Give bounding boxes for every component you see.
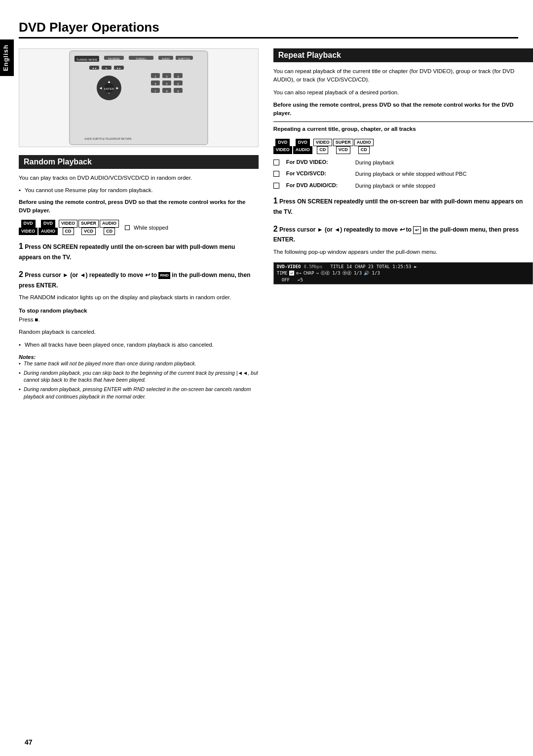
- stop-canceled: Random playback is canceled.: [19, 328, 259, 336]
- osd-total: TOTAL 1:25:53: [377, 264, 411, 269]
- osd-time: TIME: [277, 271, 288, 276]
- rep-disc-dvd-video-top: DVD: [275, 139, 290, 147]
- random-playback-heading: Random Playback: [19, 155, 259, 169]
- disc-video-cd-bot: CD: [63, 228, 74, 236]
- osd-bitrate: 8.5Mbps: [304, 264, 323, 269]
- disc-audio-cd-bot: CD: [104, 228, 115, 236]
- osd-title: TITLE 14: [330, 264, 351, 269]
- rep-disc-super-vcd-bot: VCD: [336, 146, 350, 154]
- disc-dvd-audio-bot: AUDIO: [38, 228, 58, 236]
- mode-vcd-desc: During playback or while stopped without…: [355, 170, 467, 178]
- random-step2-text: 2 Press cursor ► (or ◄) repeatedly to mo…: [19, 268, 259, 290]
- osd-chap-label: CHAP: [304, 271, 314, 276]
- language-tab: English: [0, 40, 14, 76]
- random-step1: 1 Press ON SCREEN repeatedly until the o…: [19, 240, 259, 262]
- stop-all-tracks: When all tracks have been played once, r…: [19, 341, 259, 349]
- repeat-step2-detail: The following pop-up window appears unde…: [273, 248, 533, 256]
- disc-super-vcd-top: SUPER: [78, 220, 99, 228]
- repeat-step2: 2 Press cursor ► (or ◄) repeatedly to mo…: [273, 223, 533, 256]
- mode-dvd-audio-checkbox: [273, 183, 279, 189]
- osd-arrow: →: [316, 271, 318, 276]
- svg-text:►: ►: [105, 67, 108, 70]
- osd-dvd-video: DVD-VIDEO: [277, 264, 301, 269]
- repeat-playback-heading: Repeat Playback: [273, 48, 533, 62]
- svg-rect-0: [70, 51, 208, 145]
- osd-row3: OFF ↩5: [277, 278, 530, 282]
- repeat-step1-text: 1 Press ON SCREEN repeatedly until the o…: [273, 195, 533, 217]
- rep-disc-dvd-audio-top: DVD: [296, 139, 310, 147]
- disc-dvd-audio-top: DVD: [41, 220, 55, 228]
- repeat-step1: 1 Press ON SCREEN repeatedly until the o…: [273, 195, 533, 217]
- osd-chap: CHAP 23: [355, 264, 374, 269]
- osd-repeat5: ↩5: [298, 278, 303, 282]
- svg-text:TUNING+: TUNING+: [136, 57, 147, 60]
- mode-dvd-video-checkbox: [273, 159, 279, 165]
- svg-text:AUDIO  SUBTITLE TELEGROUP RETU: AUDIO SUBTITLE TELEGROUP RETURN: [84, 137, 132, 140]
- mode-dvd-audio-label: For DVD AUDIO/CD:: [286, 182, 350, 188]
- random-bullet1: You cannot use Resume play for random pl…: [19, 186, 259, 195]
- rep-disc-dvd-video-bot: VIDEO: [273, 146, 292, 154]
- random-step1-text: 1 Press ON SCREEN repeatedly until the o…: [19, 240, 259, 262]
- osd-a-icon: ⊙→: [296, 271, 302, 276]
- random-step2: 2 Press cursor ► (or ◄) repeatedly to mo…: [19, 268, 259, 302]
- mode-dvd-video-label: For DVD VIDEO:: [286, 159, 350, 165]
- page-title: DVD Player Operations: [19, 20, 518, 39]
- rep-disc-video-cd-top: VIDEO: [313, 139, 332, 147]
- disc-dvd-video-top: DVD: [21, 220, 36, 228]
- note-1: The same track will not be played more t…: [19, 360, 259, 367]
- page-number: 47: [25, 738, 33, 746]
- svg-text:◄: ◄: [99, 86, 103, 90]
- random-disc-labels: DVD VIDEO DVD AUDIO VIDEO CD SUPER VCD A…: [19, 220, 259, 235]
- rep-step1-number: 1: [273, 197, 278, 205]
- random-intro-text: You can play tracks on DVD AUDIO/VCD/SVC…: [19, 174, 259, 182]
- svg-text:AUDIO: AUDIO: [162, 57, 170, 60]
- svg-text:ENTER: ENTER: [104, 87, 114, 90]
- rep-disc-super-vcd-top: SUPER: [333, 139, 353, 147]
- disc-video-cd-top: VIDEO: [59, 220, 77, 228]
- step2-number: 2: [19, 270, 23, 279]
- svg-text:FM MODE: FM MODE: [108, 57, 120, 60]
- svg-text:►►: ►►: [116, 67, 121, 70]
- osd-ed-info: ⓔⓓ 1/3: [343, 270, 362, 277]
- repeat-step2-text: 2 Press cursor ► (or ◄) repeatedly to mo…: [273, 223, 533, 245]
- mode-vcd-checkbox: [273, 171, 279, 177]
- mode-dvd-video-desc: During playback: [355, 159, 394, 166]
- notes-section: Notes: The same track will not be played…: [19, 354, 259, 400]
- rep-step2-number: 2: [273, 225, 278, 233]
- while-stopped-label: While stopped: [134, 225, 168, 231]
- repeat-warning: Before using the remote control, press D…: [273, 101, 533, 118]
- notes-title: Notes:: [19, 354, 259, 360]
- disc-dvd-video-bot: VIDEO: [19, 228, 38, 236]
- rep-disc-audio-cd-top: AUDIO: [354, 139, 374, 147]
- rep-disc-video-cd-bot: CD: [317, 146, 328, 154]
- osd-off: OFF: [282, 278, 290, 282]
- stop-press: Press ■.: [19, 316, 259, 324]
- random-step2-detail: The RANDOM indicator lights up on the di…: [19, 293, 259, 302]
- playback-modes: For DVD VIDEO: During playback For VCD/S…: [273, 159, 533, 190]
- repeat-sub-heading: Repeating a current title, group, chapte…: [273, 125, 533, 133]
- note-3: During random playback, pressing ENTER w…: [19, 386, 259, 400]
- svg-text:►: ►: [115, 86, 119, 90]
- osd-row1: DVD-VIDEO 8.5Mbps TITLE 14 CHAP 23 TOTAL…: [277, 264, 530, 269]
- osd-repeat-icon: ↩: [289, 271, 294, 276]
- svg-text:◄◄: ◄◄: [92, 67, 97, 70]
- left-column: TUNING MODE FM MODE TUNING+ ◄◄ ► ►► AUDI…: [19, 48, 259, 402]
- note-2: During random playback, you can skip bac…: [19, 369, 259, 384]
- mode-dvd-audio-cd: For DVD AUDIO/CD: During playback or whi…: [273, 182, 533, 190]
- svg-text:TUNING MODE: TUNING MODE: [76, 58, 98, 61]
- disc-audio-cd-top: AUDIO: [100, 220, 119, 228]
- repeat-intro-2: You can also repeat playback of a desire…: [273, 88, 533, 97]
- repeat-disc-labels: DVD VIDEO DVD AUDIO VIDEO CD SUPER VCD A…: [273, 139, 533, 154]
- mode-vcd-svcd: For VCD/SVCD: During playback or while s…: [273, 170, 533, 178]
- mode-vcd-label: For VCD/SVCD:: [286, 170, 350, 176]
- while-stopped-checkbox: [125, 225, 130, 230]
- svg-text:SUBTITLE: SUBTITLE: [178, 57, 190, 60]
- osd-play-icon: ►: [414, 264, 417, 269]
- rep-disc-dvd-audio-bot: AUDIO: [293, 146, 312, 154]
- disc-super-vcd-bot: VCD: [81, 228, 96, 236]
- rep-disc-audio-cd-bot: CD: [358, 146, 370, 154]
- osd-cd-info: ⓒⓓ 1/3: [321, 270, 341, 277]
- stop-random-heading: To stop random playback: [19, 308, 259, 314]
- mode-dvd-video: For DVD VIDEO: During playback: [273, 159, 533, 166]
- mode-dvd-audio-desc: During playback or while stopped: [355, 182, 435, 190]
